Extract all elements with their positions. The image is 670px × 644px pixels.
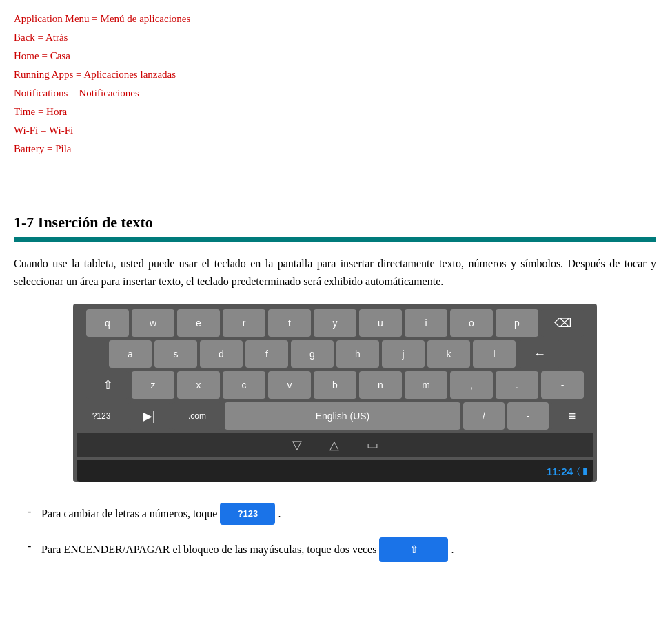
key-v[interactable]: v — [268, 371, 311, 399]
status-time: 11:24 — [547, 466, 573, 477]
status-icons: 〈 ▮ — [577, 466, 587, 477]
key-settings[interactable]: ≡ — [551, 402, 593, 430]
glossary-es-0: Menú de aplicaciones — [101, 13, 191, 24]
keyboard-container: q w e r t y u i o p ⌫ a s d f g h j k l … — [14, 304, 656, 482]
keyboard-row-2: a s d f g h j k l ← — [77, 340, 593, 368]
glossary-item-4: Notifications = Notificaciones — [14, 84, 656, 103]
glossary-en-1: Back — [14, 32, 35, 43]
spacer-1 — [14, 165, 656, 186]
nav-back-icon[interactable]: ▽ — [292, 437, 302, 453]
bullet-content-0: Para cambiar de letras a números, toque … — [41, 503, 656, 525]
key-x[interactable]: x — [177, 371, 220, 399]
section-title: 1-7 Inserción de texto — [14, 214, 656, 231]
key-n[interactable]: n — [359, 371, 402, 399]
glossary-es-4: Notificaciones — [79, 87, 139, 98]
glossary-item-5: Time = Hora — [14, 103, 656, 121]
glossary-es-3: Aplicaciones lanzadas — [83, 69, 176, 80]
key-s[interactable]: s — [154, 340, 197, 368]
glossary-es-7: Pila — [55, 143, 71, 154]
key-o[interactable]: o — [450, 309, 493, 337]
bullet-dash-0: - — [14, 503, 41, 521]
keyboard-nav-bar: ▽ △ ▭ — [77, 433, 593, 457]
glossary-en-6: Wi-Fi — [14, 125, 38, 136]
bullet-dash-1: - — [14, 537, 41, 555]
glossary-en-0: Application Menu — [14, 13, 90, 24]
key-m[interactable]: m — [405, 371, 447, 399]
nav-home-icon[interactable]: △ — [329, 437, 339, 453]
key-next[interactable]: ▶| — [128, 402, 170, 430]
glossary-es-2: Casa — [50, 50, 70, 61]
glossary-section: Application Menu = Menú de aplicaciones … — [14, 10, 656, 158]
shift-inline-button[interactable]: ⇧ — [379, 537, 448, 562]
keyboard-row-4: ?123 ▶| .com English (US) / - ≡ — [77, 402, 593, 430]
key-h[interactable]: h — [336, 340, 379, 368]
glossary-item-7: Battery = Pila — [14, 140, 656, 158]
key-k[interactable]: k — [427, 340, 470, 368]
keyboard-status-bar: 11:24 〈 ▮ — [77, 460, 593, 482]
key-hyphen[interactable]: - — [541, 371, 584, 399]
key-enter[interactable]: ← — [518, 340, 561, 368]
bullet-text-before-0: Para cambiar de letras a números, toque — [41, 505, 217, 523]
glossary-es-6: Wi-Fi — [49, 125, 73, 136]
glossary-en-4: Notifications — [14, 87, 68, 98]
key-shift[interactable]: ⇧ — [86, 371, 129, 399]
glossary-en-5: Time — [14, 106, 35, 117]
key-j[interactable]: j — [382, 340, 425, 368]
keyboard-row-3: ⇧ z x c v b n m , . - — [77, 371, 593, 399]
key-backspace[interactable]: ⌫ — [541, 309, 584, 337]
key-u[interactable]: u — [359, 309, 402, 337]
key-d[interactable]: d — [200, 340, 243, 368]
nav-recents-icon[interactable]: ▭ — [367, 437, 378, 453]
glossary-es-1: Atrás — [45, 32, 68, 43]
bullet-item-1: - Para ENCENDER/APAGAR el bloqueo de las… — [14, 537, 656, 562]
glossary-en-3: Running Apps — [14, 69, 73, 80]
wifi-icon: 〈 — [577, 466, 580, 477]
key-q[interactable]: q — [86, 309, 129, 337]
glossary-en-7: Battery — [14, 143, 44, 154]
glossary-item-2: Home = Casa — [14, 47, 656, 65]
key-num-toggle[interactable]: ?123 — [77, 402, 125, 430]
key-t[interactable]: t — [268, 309, 311, 337]
glossary-item-1: Back = Atrás — [14, 28, 656, 47]
bullet-item-0: - Para cambiar de letras a números, toqu… — [14, 503, 656, 525]
bullet-text-after-1: . — [451, 541, 454, 559]
key-e[interactable]: e — [177, 309, 220, 337]
key-a[interactable]: a — [109, 340, 152, 368]
glossary-item-0: Application Menu = Menú de aplicaciones — [14, 10, 656, 28]
key-c[interactable]: c — [223, 371, 265, 399]
key-spacebar[interactable]: English (US) — [225, 402, 460, 430]
battery-icon: ▮ — [582, 466, 587, 477]
glossary-es-5: Hora — [46, 106, 67, 117]
key-f[interactable]: f — [245, 340, 288, 368]
key-period[interactable]: . — [496, 371, 538, 399]
bullet-section: - Para cambiar de letras a números, toqu… — [14, 503, 656, 562]
key-z[interactable]: z — [132, 371, 174, 399]
glossary-item-3: Running Apps = Aplicaciones lanzadas — [14, 65, 656, 84]
key-y[interactable]: y — [314, 309, 356, 337]
key-dotcom[interactable]: .com — [172, 402, 222, 430]
bullet-text-after-0: . — [278, 505, 281, 523]
key-g[interactable]: g — [291, 340, 334, 368]
keyboard: q w e r t y u i o p ⌫ a s d f g h j k l … — [73, 304, 597, 482]
section-body: Cuando use la tableta, usted puede usar … — [14, 255, 656, 290]
key-w[interactable]: w — [132, 309, 174, 337]
key-slash[interactable]: / — [463, 402, 505, 430]
glossary-en-2: Home — [14, 50, 39, 61]
glossary-item-6: Wi-Fi = Wi-Fi — [14, 121, 656, 140]
key-p[interactable]: p — [496, 309, 538, 337]
key-b[interactable]: b — [314, 371, 356, 399]
key-dash[interactable]: - — [507, 402, 549, 430]
key-l[interactable]: l — [473, 340, 516, 368]
bullet-content-1: Para ENCENDER/APAGAR el bloqueo de las m… — [41, 537, 656, 562]
bullet-text-before-1: Para ENCENDER/APAGAR el bloqueo de las m… — [41, 541, 376, 559]
key-comma[interactable]: , — [450, 371, 493, 399]
num-toggle-inline-button[interactable]: ?123 — [220, 503, 275, 525]
section-divider-bar — [14, 237, 656, 242]
key-i[interactable]: i — [405, 309, 447, 337]
key-r[interactable]: r — [223, 309, 265, 337]
keyboard-row-1: q w e r t y u i o p ⌫ — [77, 309, 593, 337]
